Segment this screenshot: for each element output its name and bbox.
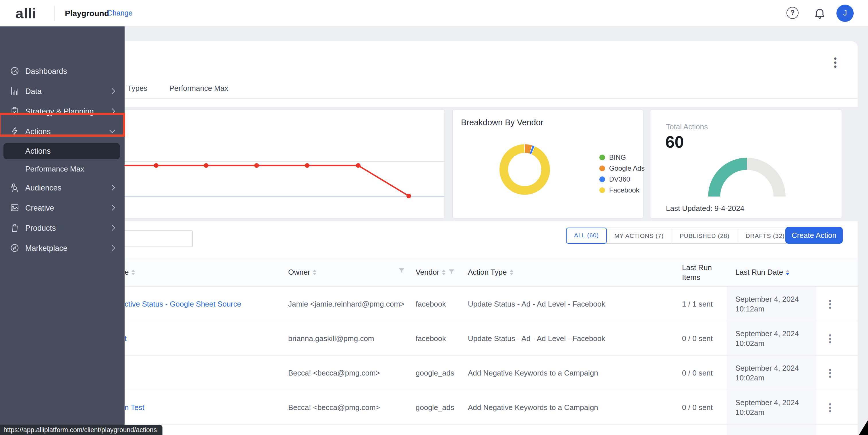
chevron-right-icon: [110, 205, 115, 211]
table-row: ctive Status - Google Sheet SourceJamie …: [115, 287, 858, 321]
row-options-kebab-icon[interactable]: •••: [826, 333, 834, 343]
owner-filter[interactable]: [398, 268, 405, 274]
sidebar-item-audiences[interactable]: Audiences: [0, 178, 125, 198]
last-updated-text: Last Updated: 9-4-2024: [666, 204, 744, 213]
row-options-kebab-icon[interactable]: •••: [826, 368, 834, 378]
legend-dot-icon: [599, 166, 605, 171]
sidebar-item-data[interactable]: Data: [0, 82, 125, 101]
legend-dot-icon: [599, 187, 605, 193]
column-header-owner[interactable]: Owner: [288, 268, 317, 277]
row-options-kebab-icon[interactable]: •••: [826, 402, 834, 412]
sidebar-subitem-label: Performance Max: [25, 165, 84, 173]
owner-cell: Becca! <becca@pmg.com>: [288, 368, 380, 377]
creative-icon: [10, 203, 20, 213]
filter-funnel-icon[interactable]: [448, 269, 455, 275]
column-header-last-run-items: Last Run Items: [682, 263, 712, 282]
sort-carets-last-run-date-icon[interactable]: [786, 269, 789, 275]
sidebar-subitem-performance-max[interactable]: Performance Max: [0, 162, 125, 176]
sidebar-item-label: Dashboards: [25, 67, 67, 76]
owner-cell: Jamie <jamie.reinhard@pmg.com>: [288, 299, 404, 308]
action-name-link[interactable]: n Test: [125, 403, 144, 411]
actions-line-chart-card: [115, 109, 445, 219]
marketplace-icon: [10, 243, 20, 253]
tabs-divider: [115, 98, 858, 99]
filter-button-drafts-32[interactable]: DRAFTS (32): [737, 228, 793, 243]
action-name-link[interactable]: ctive Status - Google Sheet Source: [125, 299, 241, 308]
data-icon: [10, 86, 20, 96]
last-run-date-header-label: Last Run Date: [735, 268, 783, 277]
alli-logo[interactable]: alli: [16, 5, 37, 22]
column-header-action-type[interactable]: Action Type: [468, 268, 513, 277]
sidebar-item-products[interactable]: Products: [0, 219, 125, 238]
last-run-items-header-line1: Last Run: [682, 263, 712, 272]
last-run-items-header-line2: Items: [682, 273, 701, 282]
audiences-icon: [10, 183, 20, 193]
owner-cell: Becca! <becca@pmg.com>: [288, 403, 380, 411]
sort-carets-name-icon[interactable]: [131, 269, 135, 275]
total-actions-card: Total Actions 60 Last Updated: 9-4-2024: [650, 109, 842, 219]
filter-button-my-actions-7[interactable]: MY ACTIONS (7): [606, 228, 672, 243]
table-row: Becca! <becca@pmg.com>google_adsAdd Nega…: [115, 356, 858, 390]
filter-button-all-60[interactable]: ALL (60): [566, 228, 607, 244]
last-run-items-cell: 0 / 0 sent: [682, 403, 713, 411]
last-run-date-cell: September 4, 202410:02am: [735, 363, 799, 382]
legend-label: Google Ads: [609, 164, 645, 172]
chevron-right-icon: [110, 88, 115, 94]
vendor-cell: facebook: [415, 334, 446, 343]
action-name-link[interactable]: t: [125, 334, 127, 343]
client-name: Playground: [65, 9, 109, 18]
sidebar-item-creative[interactable]: Creative: [0, 198, 125, 218]
main-panel: ••• Types Performance Max Breakdown By V…: [115, 41, 858, 435]
sidebar-menu: Settings DashboardsDataStrategy & Planni…: [0, 26, 125, 435]
sidebar-item-marketplace[interactable]: Marketplace: [0, 238, 125, 258]
sidebar-subitem-actions-active[interactable]: Actions: [3, 143, 120, 159]
table-row: n TestBecca! <becca@pmg.com>google_adsAd…: [115, 390, 858, 425]
sort-carets-action-type-icon[interactable]: [509, 269, 513, 275]
tab-types[interactable]: Types: [127, 84, 147, 92]
help-icon[interactable]: ?: [786, 7, 799, 19]
owner-cell: brianna.gaskill@pmg.com: [288, 334, 374, 343]
chevron-right-icon: [110, 245, 115, 251]
sidebar-subitem-label: Actions: [25, 147, 51, 155]
tab-performance-max[interactable]: Performance Max: [169, 84, 228, 92]
column-header-last-run-date[interactable]: Last Run Date: [735, 268, 789, 277]
chevron-right-icon: [110, 185, 115, 191]
filter-funnel-icon[interactable]: [398, 268, 405, 274]
last-run-items-cell: 0 / 0 sent: [682, 368, 713, 377]
search-input[interactable]: [115, 230, 193, 247]
donut-hole: [508, 153, 541, 186]
legend-dot-icon: [599, 176, 605, 182]
sort-carets-vendor-icon[interactable]: [442, 269, 445, 275]
status-bar-url: https://app.alliplatform.com/client/play…: [0, 425, 162, 435]
column-header-vendor[interactable]: Vendor: [415, 268, 455, 277]
annotation-highlight-box: [0, 113, 125, 137]
create-action-button[interactable]: Create Action: [785, 227, 843, 244]
filter-button-published-28[interactable]: PUBLISHED (28): [672, 228, 737, 243]
actions-filter-group: ALL (60)MY ACTIONS (7)PUBLISHED (28)DRAF…: [566, 228, 793, 244]
products-icon: [10, 223, 20, 233]
sidebar-item-label: Marketplace: [25, 244, 67, 253]
vendor-cell: google_ads: [415, 403, 454, 411]
change-client-link[interactable]: Change: [107, 9, 133, 17]
action-type-header-label: Action Type: [468, 268, 507, 277]
last-run-date-cell: September 4, 202410:02am: [735, 397, 799, 417]
chevron-right-icon: [110, 225, 115, 231]
dashboard-icon: [10, 66, 20, 76]
column-header-name[interactable]: e: [125, 268, 135, 277]
legend-label: BING: [609, 153, 626, 162]
legend-label: DV360: [609, 175, 630, 183]
user-avatar[interactable]: J: [836, 5, 854, 22]
action-type-cell: Add Negative Keywords to a Campaign: [468, 403, 598, 411]
notifications-bell-icon[interactable]: [813, 7, 826, 20]
legend-label: Facebook: [609, 186, 639, 194]
name-header-label: e: [125, 268, 129, 277]
row-options-kebab-icon[interactable]: •••: [826, 298, 834, 309]
last-run-date-cell: September 4, 202410:02am: [735, 328, 799, 348]
sidebar-item-dashboards[interactable]: Dashboards: [0, 61, 125, 81]
sidebar-item-label: Data: [25, 87, 42, 96]
total-actions-value: 60: [665, 133, 684, 152]
page-options-kebab-icon[interactable]: •••: [831, 56, 839, 69]
sort-carets-owner-icon[interactable]: [313, 269, 317, 275]
total-actions-gauge: [707, 157, 787, 197]
sidebar-item-label: Creative: [25, 204, 54, 212]
